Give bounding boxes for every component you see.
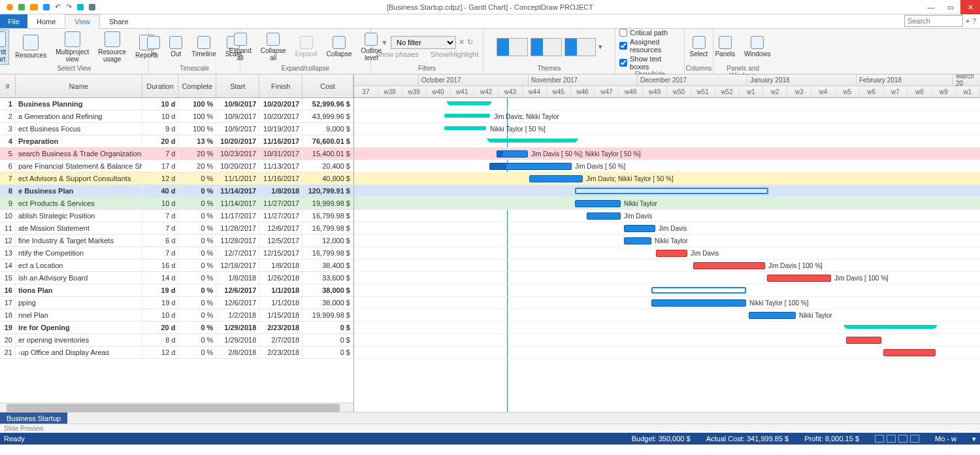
gantt-bar[interactable]: Jim Davis (587, 212, 621, 220)
collapse-all-button[interactable]: Collapse all (257, 31, 289, 63)
sheet-tab[interactable]: Business Startup (0, 413, 67, 424)
table-row[interactable]: 20er opening inventories8 d0 %1/29/20182… (0, 334, 353, 346)
resources-button[interactable]: Resources (12, 33, 50, 61)
grid-hscroll[interactable] (0, 403, 353, 412)
qa-icon[interactable] (77, 4, 84, 10)
gantt-bar[interactable] (575, 188, 768, 194)
close-button[interactable]: ✕ (960, 0, 980, 14)
status-view-icons[interactable] (875, 435, 919, 443)
table-row[interactable]: 11ate Mission Statement7 d0 %11/28/20171… (0, 222, 353, 235)
table-row[interactable]: 8e Business Plan40 d0 %11/14/20171/8/201… (0, 185, 353, 197)
gantt-bar[interactable]: Nikki Taylor (575, 200, 621, 207)
qa-shield-icon[interactable] (30, 4, 38, 10)
col-finish[interactable]: Finish (259, 75, 302, 97)
minimize-button[interactable]: — (921, 0, 941, 14)
table-row[interactable]: 10ablish Strategic Position7 d0 %11/17/2… (0, 210, 353, 222)
col-complete[interactable]: Complete (178, 75, 216, 97)
gantt-bar[interactable]: Nikki Taylor [ 50 %] (444, 126, 486, 130)
show-text-boxes-checkbox[interactable]: Show text boxes (619, 55, 681, 71)
gantt-bar[interactable]: Jim Davis [ 100 %] (767, 275, 831, 282)
table-row[interactable]: 3ect Business Focus9 d100 %10/9/201710/1… (0, 123, 353, 135)
col-number[interactable]: # (0, 75, 16, 97)
gantt-bar[interactable] (449, 101, 489, 105)
assigned-resources-checkbox[interactable]: Assigned resources (619, 38, 681, 54)
gantt-row (354, 260, 980, 272)
col-start[interactable]: Start (216, 75, 259, 97)
table-row[interactable]: 13ntify the Competition7 d0 %12/7/201712… (0, 247, 353, 260)
help-icon[interactable]: ? (972, 17, 976, 25)
table-row[interactable]: 9ect Products & Services10 d0 %11/14/201… (0, 197, 353, 210)
table-row[interactable]: 21-up Office and Display Areas12 d0 %2/8… (0, 346, 353, 359)
timeline-button[interactable]: Timeline (188, 34, 219, 59)
table-row[interactable]: 6pare Financial Statement & Balance Shee… (0, 160, 353, 173)
gantt-chart-button[interactable]: Gantt chart (0, 29, 9, 65)
table-row[interactable]: 19ire for Opening20 d0 %1/29/20182/23/20… (0, 322, 353, 334)
theme-swatch[interactable] (531, 38, 562, 56)
expand-all-button[interactable]: Expand all (226, 31, 255, 63)
gantt-bar[interactable]: Jim Davis (624, 225, 655, 232)
gantt-bar[interactable]: Nikki Taylor [ 100 %] (651, 299, 746, 307)
gantt-bar[interactable] (651, 287, 746, 294)
search-target-icon[interactable]: ⌖ (966, 17, 970, 25)
gantt-bar[interactable]: Jim Davis [ 50 %]; Nikki Taylor [ 50 %] (497, 150, 528, 158)
table-row[interactable]: 12fine Industry & Target Markets6 d0 %11… (0, 235, 353, 247)
maximize-button[interactable]: ▭ (941, 0, 960, 14)
gantt-body[interactable]: Jim Davis; Nikki TaylorNikki Taylor [ 50… (354, 98, 980, 412)
gantt-bar[interactable]: Nikki Taylor (624, 237, 651, 244)
table-row[interactable]: 18nnel Plan10 d0 %1/2/20181/15/201819,99… (0, 309, 353, 322)
critical-path-checkbox[interactable]: Critical path (619, 29, 668, 37)
windows-button[interactable]: Windows (741, 34, 774, 59)
bar-label: Jim Davis [ 50 %] (575, 163, 625, 170)
collapse-button[interactable]: Collapse (323, 34, 355, 59)
table-row[interactable]: 16tions Plan19 d0 %12/6/20171/1/201838,0… (0, 284, 353, 297)
table-row[interactable]: 15ish an Advisory Board14 d0 %1/8/20181/… (0, 272, 353, 284)
file-menu[interactable]: File (0, 14, 27, 28)
tab-share[interactable]: Share (100, 14, 137, 28)
qa-icon[interactable] (18, 4, 25, 10)
filter-refresh-icon[interactable]: ↻ (467, 38, 473, 46)
col-duration[interactable]: Duration (142, 75, 179, 97)
table-row[interactable]: 1Business Planning10 d100 %10/9/201710/2… (0, 98, 353, 110)
status-dropdown-icon[interactable]: ▾ (972, 435, 976, 443)
tab-home[interactable]: Home (27, 14, 65, 28)
resource-usage-button[interactable]: Resource usage (95, 29, 129, 65)
gantt-bar[interactable]: Jim Davis [ 100 %] (693, 262, 765, 269)
gantt-bar[interactable]: Nikki Taylor (749, 312, 796, 319)
slide-preview-bar[interactable]: Slide Preview (0, 424, 980, 433)
theme-more-icon[interactable]: ▾ (598, 42, 602, 51)
table-row[interactable]: 2a Generation and Refining10 d100 %10/9/… (0, 110, 353, 123)
qa-print-icon[interactable] (89, 4, 95, 10)
zoom-out-button[interactable]: Out (166, 34, 186, 59)
tab-view[interactable]: View (65, 14, 100, 29)
redo-icon[interactable]: ↷ (66, 3, 72, 11)
table-row[interactable]: 5search Business & Trade Organizations7 … (0, 148, 353, 160)
status-timescale[interactable]: Mo - w (935, 435, 956, 443)
gantt-bar[interactable] (846, 337, 881, 344)
theme-swatch[interactable] (564, 38, 596, 56)
select-columns-button[interactable]: Select (687, 34, 711, 59)
table-row[interactable]: 4Preparation20 d13 %10/20/201711/16/2017… (0, 135, 353, 148)
gantt-bar[interactable]: Jim Davis (656, 250, 687, 257)
table-row[interactable]: 7ect Advisors & Support Consultants12 d0… (0, 173, 353, 185)
gantt-bar[interactable]: Jim Davis; Nikki Taylor [ 50 %] (529, 175, 583, 182)
multiproject-button[interactable]: Multiproject view (52, 29, 92, 65)
col-name[interactable]: Name (16, 75, 142, 97)
panels-button[interactable]: Panels (711, 34, 738, 59)
theme-swatch[interactable] (497, 38, 528, 56)
filter-select[interactable]: No filter (391, 36, 456, 49)
gantt-bar[interactable]: Jim Davis [ 50 %] (489, 163, 572, 170)
table-row[interactable]: 14ect a Location16 d0 %12/18/20171/8/201… (0, 260, 353, 272)
qa-icon[interactable] (7, 4, 13, 10)
undo-icon[interactable]: ↶ (55, 3, 61, 11)
search-input[interactable] (904, 15, 963, 27)
month-label: January 2018 (747, 75, 790, 86)
qa-save-icon[interactable] (43, 4, 50, 10)
zoom-in-button[interactable]: In (144, 34, 163, 59)
gantt-bar[interactable]: Jim Davis; Nikki Taylor (444, 114, 490, 118)
table-row[interactable]: 17pping19 d0 %12/6/20171/1/201838,000 $ (0, 297, 353, 309)
col-cost[interactable]: Cost (302, 75, 353, 97)
gantt-bar[interactable] (883, 349, 936, 356)
gantt-bar[interactable] (846, 325, 935, 329)
gantt-bar[interactable] (489, 139, 576, 143)
filter-clear-icon[interactable]: ✕ (459, 38, 465, 46)
